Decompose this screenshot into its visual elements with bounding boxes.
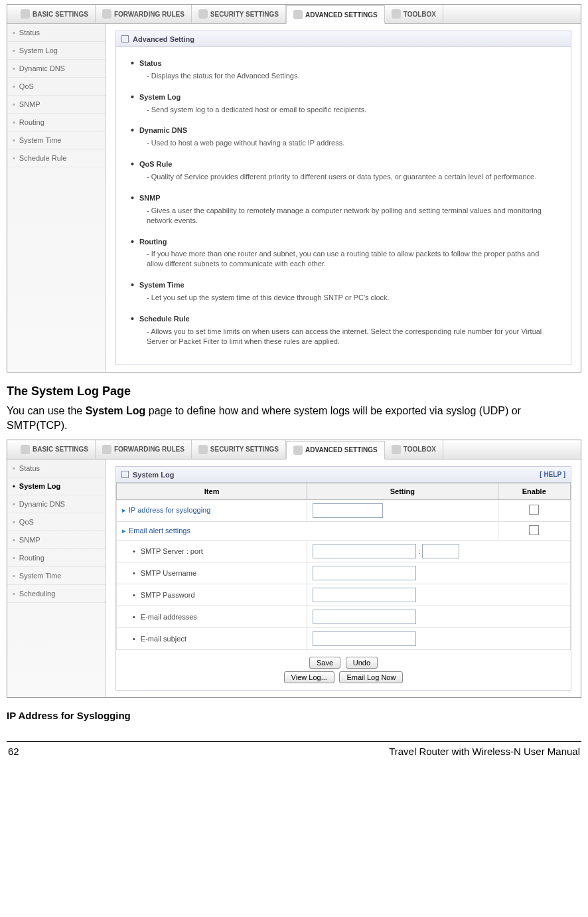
advanced-icon bbox=[293, 10, 303, 19]
sidebar: Status System Log Dynamic DNS QoS SNMP R… bbox=[7, 24, 106, 372]
smtp-server-input[interactable] bbox=[313, 544, 416, 558]
desc-schedule-rule: Allows you to set time limits on when us… bbox=[147, 327, 556, 347]
item-dynamic-dns: Dynamic DNS bbox=[131, 124, 556, 136]
page-footer: 62 Travel Router with Wireless-N User Ma… bbox=[7, 741, 581, 757]
email-addresses-input[interactable] bbox=[313, 610, 416, 624]
sidebar-item-status[interactable]: Status bbox=[7, 24, 106, 42]
email-log-now-button[interactable]: Email Log Now bbox=[339, 671, 403, 683]
panel-system-log: System Log [ HELP ] Item Setting Enable … bbox=[115, 466, 571, 691]
row-email-subject-label: E-mail subject bbox=[117, 627, 307, 649]
manual-title: Travel Router with Wireless-N User Manua… bbox=[389, 746, 580, 757]
sidebar-item-scheduling[interactable]: Scheduling bbox=[7, 585, 106, 603]
security-icon bbox=[198, 445, 208, 454]
basic-icon bbox=[21, 445, 30, 454]
document-text: The System Log Page You can use the Syst… bbox=[7, 384, 581, 432]
tab-toolbox[interactable]: TOOLBOX bbox=[385, 5, 443, 23]
top-tabs: BASIC SETTINGS FORWARDING RULES SECURITY… bbox=[7, 5, 581, 24]
item-snmp: SNMP bbox=[131, 191, 556, 204]
row-ip-syslog-label: ▸IP address for syslogging bbox=[117, 499, 307, 521]
smtp-username-input[interactable] bbox=[313, 566, 416, 580]
col-item: Item bbox=[117, 483, 307, 499]
sidebar-item-snmp[interactable]: SNMP bbox=[7, 96, 106, 114]
row-ip-syslog-setting bbox=[307, 499, 498, 521]
item-system-time: System Time bbox=[131, 278, 556, 291]
save-button[interactable]: Save bbox=[309, 657, 340, 669]
screenshot-system-log: BASIC SETTINGS FORWARDING RULES SECURITY… bbox=[7, 440, 581, 698]
section-heading: The System Log Page bbox=[7, 384, 581, 398]
ip-syslog-input[interactable] bbox=[313, 503, 383, 518]
row-email-alert-label: ▸Email alert settings bbox=[117, 521, 498, 540]
desc-qos-rule: Quality of Service provides different pr… bbox=[147, 172, 556, 182]
tab-security-settings[interactable]: SECURITY SETTINGS bbox=[192, 5, 286, 23]
collapse-icon[interactable] bbox=[121, 471, 129, 478]
sidebar-item-qos[interactable]: QoS bbox=[7, 513, 106, 531]
item-schedule-rule: Schedule Rule bbox=[131, 312, 556, 325]
sidebar-item-system-log[interactable]: System Log bbox=[7, 477, 106, 495]
sidebar-item-status[interactable]: Status bbox=[7, 459, 106, 477]
tab-advanced-settings[interactable]: ADVANCED SETTINGS bbox=[286, 5, 385, 24]
row-smtp-server-label: SMTP Server : port bbox=[117, 540, 307, 562]
row-smtp-password-label: SMTP Password bbox=[117, 584, 307, 606]
smtp-password-input[interactable] bbox=[313, 588, 416, 602]
item-qos-rule: QoS Rule bbox=[131, 157, 556, 170]
ip-syslog-enable-checkbox[interactable] bbox=[529, 505, 539, 515]
sidebar-item-system-time[interactable]: System Time bbox=[7, 567, 106, 585]
email-subject-input[interactable] bbox=[313, 631, 416, 646]
view-log-button[interactable]: View Log... bbox=[284, 671, 334, 683]
desc-system-log: Send system log to a dedicated host or e… bbox=[147, 105, 556, 115]
desc-dynamic-dns: Used to host a web page without having a… bbox=[147, 138, 556, 148]
smtp-port-input[interactable] bbox=[422, 544, 459, 558]
sidebar-item-system-time[interactable]: System Time bbox=[7, 131, 106, 149]
tab-forwarding-rules[interactable]: FORWARDING RULES bbox=[96, 5, 192, 23]
security-icon bbox=[198, 9, 208, 19]
desc-routing: If you have more than one router and sub… bbox=[147, 249, 556, 269]
item-routing: Routing bbox=[131, 235, 556, 248]
col-setting: Setting bbox=[307, 483, 498, 499]
panel-advanced-setting: Advanced Setting StatusDisplays the stat… bbox=[115, 31, 571, 365]
col-enable: Enable bbox=[498, 483, 570, 499]
desc-snmp: Gives a user the capability to remotely … bbox=[147, 206, 556, 226]
tab-basic-settings[interactable]: BASIC SETTINGS bbox=[14, 5, 96, 23]
subheading-ip-syslog: IP Address for Syslogging bbox=[7, 710, 581, 721]
page-number: 62 bbox=[8, 746, 19, 757]
collapse-icon[interactable] bbox=[121, 35, 129, 42]
sidebar-item-snmp[interactable]: SNMP bbox=[7, 531, 106, 549]
sidebar-item-routing[interactable]: Routing bbox=[7, 549, 106, 567]
advanced-icon bbox=[293, 446, 303, 455]
sidebar-item-qos[interactable]: QoS bbox=[7, 78, 106, 96]
item-status: Status bbox=[131, 56, 556, 69]
panel-header-2: System Log [ HELP ] bbox=[116, 467, 571, 483]
tab-forwarding-rules[interactable]: FORWARDING RULES bbox=[96, 440, 192, 459]
row-email-addresses-label: E-mail addresses bbox=[117, 606, 307, 627]
sidebar-item-system-log[interactable]: System Log bbox=[7, 42, 106, 60]
tab-advanced-settings[interactable]: ADVANCED SETTINGS bbox=[286, 441, 385, 459]
section-paragraph: You can use the System Log page to defin… bbox=[7, 404, 581, 432]
sidebar-item-schedule-rule[interactable]: Schedule Rule bbox=[7, 149, 106, 167]
button-row: Save Undo View Log... Email Log Now bbox=[116, 650, 571, 690]
screenshot-advanced-setting: BASIC SETTINGS FORWARDING RULES SECURITY… bbox=[7, 4, 581, 373]
tab-toolbox[interactable]: TOOLBOX bbox=[385, 440, 443, 459]
undo-button[interactable]: Undo bbox=[346, 657, 378, 669]
desc-system-time: Let you set up the system time of this d… bbox=[147, 293, 556, 303]
system-log-table: Item Setting Enable ▸IP address for sysl… bbox=[116, 483, 571, 650]
tab-basic-settings[interactable]: BASIC SETTINGS bbox=[14, 440, 96, 459]
item-system-log: System Log bbox=[131, 90, 556, 103]
sidebar-item-dynamic-dns[interactable]: Dynamic DNS bbox=[7, 60, 106, 78]
sidebar-item-dynamic-dns[interactable]: Dynamic DNS bbox=[7, 495, 106, 513]
help-link[interactable]: [ HELP ] bbox=[540, 471, 565, 478]
forwarding-icon bbox=[102, 9, 111, 19]
basic-icon bbox=[21, 9, 30, 19]
forwarding-icon bbox=[102, 445, 111, 454]
sidebar-2: Status System Log Dynamic DNS QoS SNMP R… bbox=[7, 459, 106, 697]
desc-status: Displays the status for the Advanced Set… bbox=[147, 71, 556, 81]
toolbox-icon bbox=[392, 9, 401, 19]
top-tabs-2: BASIC SETTINGS FORWARDING RULES SECURITY… bbox=[7, 440, 581, 459]
panel-header: Advanced Setting bbox=[116, 31, 571, 47]
tab-security-settings[interactable]: SECURITY SETTINGS bbox=[192, 440, 286, 459]
sidebar-item-routing[interactable]: Routing bbox=[7, 114, 106, 131]
row-smtp-username-label: SMTP Username bbox=[117, 562, 307, 584]
toolbox-icon bbox=[392, 445, 401, 454]
email-alert-enable-checkbox[interactable] bbox=[529, 525, 539, 535]
